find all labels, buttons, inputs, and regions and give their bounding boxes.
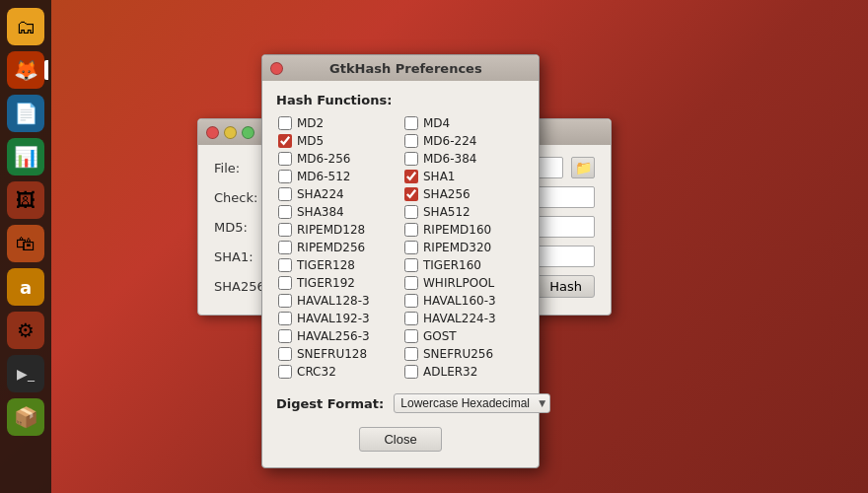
hash-checkbox-tiger128[interactable] xyxy=(278,258,292,272)
hash-label-ripemd128: RIPEMD128 xyxy=(297,223,365,237)
hash-label-tiger160: TIGER160 xyxy=(423,258,481,272)
hash-checkbox-snefru256[interactable] xyxy=(404,347,418,361)
firefox-icon[interactable]: 🦊 xyxy=(7,51,44,89)
hash-item-tiger128: TIGER128 xyxy=(276,257,398,273)
hash-checkbox-md6-512[interactable] xyxy=(278,170,292,183)
hash-item-whirlpool: WHIRLPOOL xyxy=(402,275,525,291)
hash-label-sha384: SHA384 xyxy=(297,205,344,219)
settings-icon[interactable]: ⚙ xyxy=(7,312,44,349)
hash-item-haval160-3: HAVAL160-3 xyxy=(402,293,525,309)
hash-checkbox-adler32[interactable] xyxy=(404,365,418,379)
hash-label-md6-512: MD6-512 xyxy=(297,170,350,183)
digest-format-row: Digest Format: Lowercase HexadecimalUppe… xyxy=(276,393,525,413)
hash-item-md4: MD4 xyxy=(402,115,525,131)
taskbar: 🗂 🦊 📄 📊 🖼 🛍 a ⚙ ▶_ 📦 xyxy=(0,0,51,493)
hash-checkbox-md6-256[interactable] xyxy=(278,152,292,166)
preferences-dialog: GtkHash Preferences Hash Functions: MD2M… xyxy=(261,54,540,468)
files-icon[interactable]: 🗂 xyxy=(7,8,44,45)
hash-label-sha224: SHA224 xyxy=(297,187,344,201)
impress-icon[interactable]: 🖼 xyxy=(7,181,44,219)
hash-item-sha384: SHA384 xyxy=(276,204,398,220)
hash-item-adler32: ADLER32 xyxy=(402,364,525,380)
bg-close-button[interactable] xyxy=(206,126,219,139)
hash-checkbox-ripemd128[interactable] xyxy=(278,223,292,237)
hash-checkbox-md6-384[interactable] xyxy=(404,152,418,166)
hash-checkbox-haval224-3[interactable] xyxy=(404,312,418,325)
writer-icon[interactable]: 📄 xyxy=(7,95,44,132)
hash-checkbox-sha512[interactable] xyxy=(404,205,418,219)
hash-item-md6-384: MD6-384 xyxy=(402,151,525,167)
hash-item-ripemd160: RIPEMD160 xyxy=(402,222,525,238)
hash-label-ripemd160: RIPEMD160 xyxy=(423,223,491,237)
software-icon[interactable]: 🛍 xyxy=(7,225,44,262)
hash-checkbox-sha224[interactable] xyxy=(278,187,292,201)
hash-button[interactable]: Hash xyxy=(537,275,595,298)
hash-checkbox-sha1[interactable] xyxy=(404,170,418,183)
hash-item-ripemd320: RIPEMD320 xyxy=(402,240,525,255)
hash-label-md6-224: MD6-224 xyxy=(423,134,476,148)
hash-label-snefru128: SNEFRU128 xyxy=(297,347,367,361)
hash-checkbox-md6-224[interactable] xyxy=(404,134,418,148)
hash-item-haval224-3: HAVAL224-3 xyxy=(402,311,525,326)
hash-checkbox-sha256[interactable] xyxy=(404,187,418,201)
hash-checkbox-sha384[interactable] xyxy=(278,205,292,219)
pref-close-button[interactable] xyxy=(270,62,283,75)
hash-item-crc32: CRC32 xyxy=(276,364,398,380)
hash-item-md6-512: MD6-512 xyxy=(276,169,398,184)
hash-item-md6-224: MD6-224 xyxy=(402,133,525,149)
hash-label-sha512: SHA512 xyxy=(423,205,470,219)
close-dialog-button[interactable]: Close xyxy=(359,427,441,452)
calc-icon[interactable]: 📊 xyxy=(7,138,44,176)
hash-label-adler32: ADLER32 xyxy=(423,365,477,379)
hash-label-tiger192: TIGER192 xyxy=(297,276,355,290)
hash-checkbox-ripemd160[interactable] xyxy=(404,223,418,237)
hash-checkbox-snefru128[interactable] xyxy=(278,347,292,361)
hash-label-haval224-3: HAVAL224-3 xyxy=(423,312,496,325)
hash-item-md5: MD5 xyxy=(276,133,398,149)
digest-format-select[interactable]: Lowercase HexadecimalUppercase Hexadecim… xyxy=(394,393,550,413)
amazon-icon[interactable]: a xyxy=(7,268,44,306)
hash-label-tiger128: TIGER128 xyxy=(297,258,355,272)
hash-item-gost: GOST xyxy=(402,328,525,344)
file-browse-button[interactable]: 📁 xyxy=(571,157,595,178)
box3d-icon[interactable]: 📦 xyxy=(7,398,44,436)
hash-item-haval256-3: HAVAL256-3 xyxy=(276,328,398,344)
hash-checkbox-haval192-3[interactable] xyxy=(278,312,292,325)
hash-item-ripemd128: RIPEMD128 xyxy=(276,222,398,238)
hash-checkbox-ripemd256[interactable] xyxy=(278,241,292,254)
hash-checkbox-md4[interactable] xyxy=(404,116,418,130)
terminal-icon[interactable]: ▶_ xyxy=(7,355,44,392)
hash-label-whirlpool: WHIRLPOOL xyxy=(423,276,494,290)
hash-item-sha256: SHA256 xyxy=(402,186,525,202)
hash-checkbox-md2[interactable] xyxy=(278,116,292,130)
hash-checkbox-gost[interactable] xyxy=(404,329,418,343)
hash-checkbox-tiger192[interactable] xyxy=(278,276,292,290)
hash-label-sha256: SHA256 xyxy=(423,187,470,201)
hash-label-ripemd256: RIPEMD256 xyxy=(297,241,365,254)
hash-checkbox-haval160-3[interactable] xyxy=(404,294,418,308)
hash-item-md6-256: MD6-256 xyxy=(276,151,398,167)
hash-item-haval128-3: HAVAL128-3 xyxy=(276,293,398,309)
hash-checkbox-ripemd320[interactable] xyxy=(404,241,418,254)
hash-checkbox-md5[interactable] xyxy=(278,134,292,148)
hash-item-ripemd256: RIPEMD256 xyxy=(276,240,398,255)
hash-item-md2: MD2 xyxy=(276,115,398,131)
pref-dialog-title: GtkHash Preferences xyxy=(329,61,482,76)
hash-checkbox-haval256-3[interactable] xyxy=(278,329,292,343)
hash-label-md6-384: MD6-384 xyxy=(423,152,476,166)
hash-label-snefru256: SNEFRU256 xyxy=(423,347,493,361)
hash-item-sha224: SHA224 xyxy=(276,186,398,202)
hash-label-md6-256: MD6-256 xyxy=(297,152,350,166)
hash-checkbox-haval128-3[interactable] xyxy=(278,294,292,308)
hash-label-md2: MD2 xyxy=(297,116,324,130)
bg-min-button[interactable] xyxy=(224,126,237,139)
hash-label-haval160-3: HAVAL160-3 xyxy=(423,294,496,308)
bg-max-button[interactable] xyxy=(242,126,254,139)
hash-item-snefru256: SNEFRU256 xyxy=(402,346,525,362)
hash-checkbox-whirlpool[interactable] xyxy=(404,276,418,290)
hash-checkbox-crc32[interactable] xyxy=(278,365,292,379)
hash-checkbox-tiger160[interactable] xyxy=(404,258,418,272)
hash-label-haval192-3: HAVAL192-3 xyxy=(297,312,370,325)
hash-label-crc32: CRC32 xyxy=(297,365,336,379)
hash-item-haval192-3: HAVAL192-3 xyxy=(276,311,398,326)
